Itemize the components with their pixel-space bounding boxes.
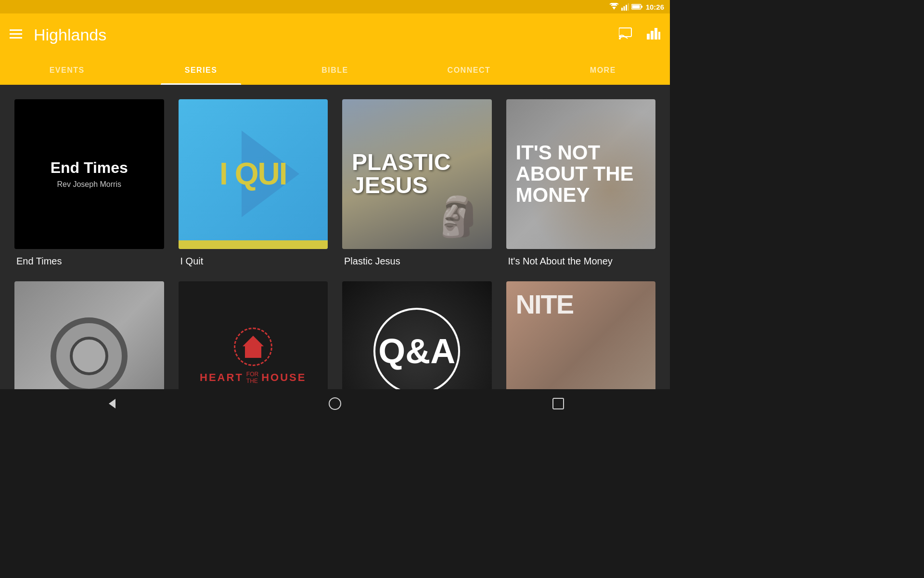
svg-marker-17 <box>109 399 116 408</box>
tab-connect[interactable]: CONNECT <box>402 56 536 85</box>
svg-rect-13 <box>647 34 650 39</box>
wifi-icon <box>609 3 619 11</box>
thumbnail-qa: Q&A "YOU ASKED, WE ANSWERED" <box>342 281 492 390</box>
vault-circle <box>51 317 128 389</box>
svg-rect-16 <box>658 32 660 39</box>
card-title-i-quit: I Quit <box>179 256 328 267</box>
signal-icon <box>621 3 629 11</box>
svg-rect-19 <box>553 398 564 409</box>
tab-events[interactable]: EVENTS <box>0 56 134 85</box>
svg-rect-3 <box>626 5 627 11</box>
tab-series[interactable]: SERIES <box>134 56 268 85</box>
svg-point-12 <box>619 38 621 39</box>
card-title-plastic-jesus: Plastic Jesus <box>342 256 492 267</box>
yellow-bar <box>179 240 328 249</box>
svg-rect-6 <box>641 6 642 8</box>
svg-rect-4 <box>628 3 629 11</box>
cast-icon[interactable] <box>619 27 633 43</box>
thumbnail-vault <box>14 281 164 390</box>
svg-marker-0 <box>612 7 616 10</box>
series-card-end-times[interactable]: End Times Rev Joseph Morris End Times <box>14 99 164 267</box>
thumbnail-ignite: NITE <box>506 281 656 390</box>
thumbnail-end-times: End Times Rev Joseph Morris <box>14 99 164 249</box>
nav-bar <box>0 389 670 418</box>
svg-rect-14 <box>651 31 654 39</box>
thumbnail-heart-house: HEART FORTHE HOUSE <box>179 281 328 390</box>
svg-rect-9 <box>10 33 22 35</box>
plastic-jesus-overlay: PLASTICJESUS <box>352 151 450 197</box>
heart-text: HEART <box>200 371 244 384</box>
svg-point-18 <box>329 398 341 409</box>
card-title-not-about-money: It's Not About the Money <box>506 256 656 267</box>
series-card-heart-house[interactable]: HEART FORTHE HOUSE <box>179 281 328 390</box>
nam-overlay: IT'S NOTABOUT THEMONEY <box>516 142 634 206</box>
action-icons <box>619 27 660 43</box>
app-title: Highlands <box>34 26 619 44</box>
end-times-title-overlay: End Times <box>51 159 128 176</box>
series-card-i-quit[interactable]: I QUI I Quit <box>179 99 328 267</box>
status-time: 10:26 <box>646 3 664 11</box>
menu-icon[interactable] <box>10 27 22 42</box>
qa-overlay: Q&A <box>378 331 455 371</box>
series-card-plastic-jesus[interactable]: PLASTICJESUS Plastic Jesus <box>342 99 492 267</box>
app-bar: Highlands <box>0 13 670 56</box>
series-card-not-about-money[interactable]: IT'S NOTABOUT THEMONEY It's Not About th… <box>506 99 656 267</box>
svg-rect-10 <box>10 37 22 39</box>
house-text: HOUSE <box>261 371 306 384</box>
svg-rect-15 <box>654 28 657 39</box>
qa-circle: Q&A <box>373 308 460 389</box>
heart-house-icon <box>234 328 272 366</box>
tab-bible[interactable]: BIBLE <box>268 56 402 85</box>
thumbnail-not-about-money: IT'S NOTABOUT THEMONEY <box>506 99 656 249</box>
content-area: End Times Rev Joseph Morris End Times I … <box>0 85 670 389</box>
thumbnail-plastic-jesus: PLASTICJESUS <box>342 99 492 249</box>
i-quit-overlay-text: I QUI <box>219 156 286 192</box>
series-card-ignite[interactable]: NITE <box>506 281 656 390</box>
svg-rect-2 <box>623 6 625 11</box>
ignite-overlay: NITE <box>516 291 574 318</box>
series-card-qa[interactable]: Q&A "YOU ASKED, WE ANSWERED" <box>342 281 492 390</box>
tab-more[interactable]: MORE <box>536 56 670 85</box>
chart-icon[interactable] <box>647 27 660 43</box>
status-bar: 10:26 <box>0 0 670 13</box>
vault-wheel <box>70 337 108 375</box>
battery-icon <box>631 3 643 10</box>
thumbnail-i-quit: I QUI <box>179 99 328 249</box>
for-the-text: FORTHE <box>246 371 258 384</box>
heart-house-logo: HEART FORTHE HOUSE <box>200 328 306 384</box>
status-icons <box>609 3 643 11</box>
recent-apps-button[interactable] <box>544 392 573 416</box>
series-card-vault[interactable] <box>14 281 164 390</box>
svg-rect-7 <box>632 5 640 9</box>
back-button[interactable] <box>97 392 126 416</box>
series-grid: End Times Rev Joseph Morris End Times I … <box>14 99 655 389</box>
svg-rect-8 <box>10 29 22 31</box>
card-title-end-times: End Times <box>14 256 164 267</box>
home-button[interactable] <box>321 392 349 416</box>
tab-bar: EVENTS SERIES BIBLE CONNECT MORE <box>0 56 670 85</box>
end-times-subtitle-overlay: Rev Joseph Morris <box>57 180 121 189</box>
svg-rect-1 <box>621 8 623 11</box>
